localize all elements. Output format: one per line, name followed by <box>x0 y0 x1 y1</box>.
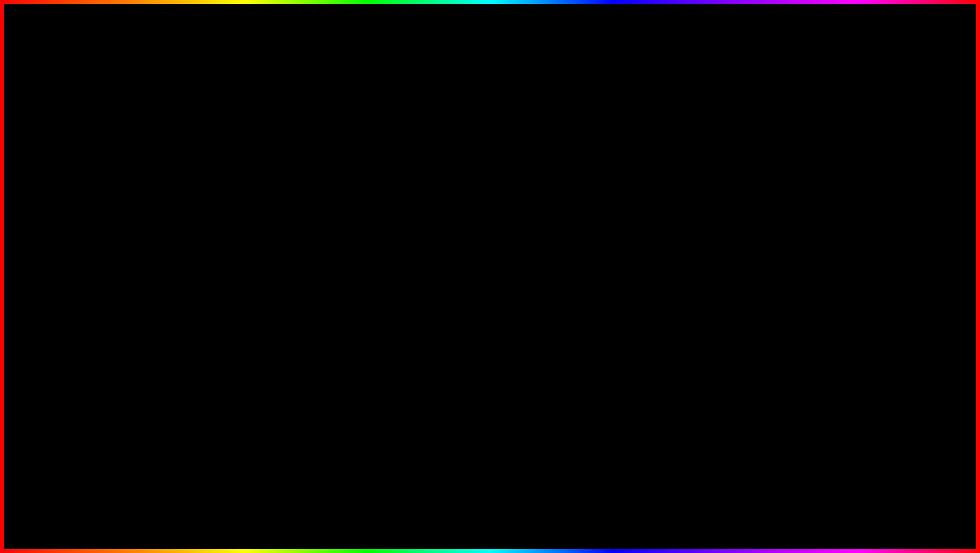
zh-no-ragdoll-toggle[interactable] <box>911 343 929 353</box>
toggle-dot-ragdoll <box>179 293 183 297</box>
zh-refresh-button[interactable]: ↻ <box>914 188 920 196</box>
wt-header: ❄ WinterTime Admin Panel | Game: Combat … <box>689 119 936 137</box>
sidebar-misc-label: Misc <box>59 214 69 219</box>
chevron-stamina[interactable]: ▼ <box>293 279 299 284</box>
zh-stomp-aura-toggle[interactable] <box>911 293 929 302</box>
wt-sidebar-visuals[interactable]: ◐ <box>689 226 719 248</box>
sidebar-item-esp[interactable]: ESP <box>51 225 76 251</box>
wt-mouse-lock-label: Mouse-Lock <box>854 161 887 168</box>
maxhub-header: MaxHub Signed By JMaxeyy <box>98 184 306 207</box>
maxhub-main-content: Player Region | ID Synapse | True SirHur… <box>172 221 306 338</box>
portrait-background: CW <box>837 388 935 485</box>
no-ragdoll-toggle-row: No Ragdoll ▼ <box>175 288 303 302</box>
toggles-label: Toggles <box>103 118 288 124</box>
chevron-ragdoll[interactable]: ▼ <box>293 292 299 298</box>
zh-content: No Jump Cooldown No Dash Cooldown Infini… <box>766 221 935 359</box>
wt-key-mouse[interactable]: V <box>916 159 930 169</box>
inf-stamina-toggle-label: Inf Stamina <box>179 278 217 285</box>
wt-game-name: Combat Warriors Beginners <box>798 124 878 131</box>
sidebar-item-combat[interactable]: Combat <box>51 170 76 196</box>
menu-settings-section[interactable]: Settings/Credits <box>98 306 171 322</box>
wt-sidebar-antiaim[interactable]: ↗ <box>689 205 719 226</box>
dot-1 <box>152 153 156 157</box>
maxhub-subtitle: Signed By JMaxeyy <box>104 196 300 202</box>
menu-aim-label: Aim/Combat Section <box>113 256 165 270</box>
zh-tab-misc[interactable]: ⚙ Misc <box>766 201 808 220</box>
auto-parry-label: Auto Parry <box>106 141 135 148</box>
wt-title: WinterTime Admin Panel | Game: Combat Wa… <box>706 124 878 131</box>
no-ragdoll-label: No Ragdoll <box>186 291 216 298</box>
script-word: SCRIPT <box>386 473 607 536</box>
menu-parry-section[interactable]: Parry Section <box>98 236 171 252</box>
zh-infinite-stamina-toggle[interactable] <box>911 260 929 269</box>
wt-sidebar-aiming[interactable]: ◎ <box>689 141 719 162</box>
zh-close-button[interactable]: ✕ <box>923 188 929 196</box>
menu-utility-section[interactable]: Utility Shits <box>98 291 171 306</box>
sidebar-item-rage[interactable]: Rage <box>51 116 76 141</box>
zh-no-fall-damage-toggle[interactable] <box>911 276 929 286</box>
zh-infinite-stamina-row: Infinite Stamina <box>766 256 935 273</box>
disasters-button[interactable]: DISASTERS <box>448 4 496 14</box>
zh-no-fall-damage-row: No Fall Damage <box>766 273 935 290</box>
sidebar-rank: ALPHA <box>57 265 70 270</box>
wt-character-right: Mouse-Lock KeyBind V <box>854 159 930 169</box>
sidebar-item-player[interactable]: Player <box>51 143 76 168</box>
portrait-image: CW <box>835 386 937 487</box>
main-title: COMBAT WARRIORS <box>0 20 980 101</box>
dot-2 <box>152 159 156 163</box>
zh-tabs: ⚙ Misc 👤 Player (PC) 📱 Player (Mobil) ⚔ … <box>766 201 935 221</box>
wt-sidebar-misc[interactable]: ◷ <box>689 269 719 290</box>
synapse-row: Synapse | True <box>175 236 303 249</box>
zh-anti-bear-trap-toggle[interactable] <box>911 310 929 319</box>
toggle-dot-stamina <box>179 279 183 283</box>
zh-tab-player-mobil[interactable]: 📱 Player (Mobil) <box>851 201 893 220</box>
wt-sidebar-blatant[interactable]: ☰ <box>689 184 719 205</box>
zh-no-dash-toggle[interactable] <box>911 243 929 252</box>
wt-aiming-right: Camera-Lock KeyBind C <box>850 144 930 154</box>
zh-tab-combat[interactable]: ⚔ Combat <box>893 201 936 220</box>
menu-aim-section[interactable]: Aim/Combat Section <box>98 252 171 275</box>
no-ragdoll-switch[interactable] <box>275 291 291 299</box>
toggle-controls-stamina: ▼ <box>275 277 299 285</box>
menu-aid-section[interactable]: Aid Section <box>98 275 171 291</box>
menu-player-section[interactable]: Player Section <box>98 221 171 236</box>
bottom-title-container: BEST TOP SCRIPT PASTEBIN <box>0 477 980 533</box>
zh-tab-mobil-icon: 📱 <box>853 208 860 214</box>
zh-no-dash-label: No Dash Cooldown <box>772 244 824 251</box>
zh-no-jump-label: No Jump Cooldown <box>772 227 825 234</box>
wt-close-button[interactable]: ✕ <box>921 123 930 132</box>
wt-key-camera[interactable]: C <box>916 144 930 154</box>
specs-button[interactable]: SPECS <box>498 4 532 14</box>
bottom-title: BEST TOP SCRIPT PASTEBIN <box>0 477 980 533</box>
portrait-cw-logo: CW <box>914 469 931 481</box>
inf-stamina-switch[interactable] <box>275 277 291 285</box>
spam-jump-label: Spam Jump <box>103 162 136 169</box>
zh-header: ZapHub | Combat Warriors ✎ ↻ ✕ <box>766 184 935 201</box>
unlock-label: Unlock <box>200 128 219 135</box>
zh-title: ZapHub | Combat Warriors <box>772 189 855 196</box>
zh-edit-button[interactable]: ✎ <box>905 188 911 196</box>
wt-character-label: Character <box>726 161 753 168</box>
svg-point-1 <box>61 149 65 153</box>
no-ragdoll-toggle-label: No Ragdoll <box>179 291 216 298</box>
menu-changelog-section[interactable]: Changelog <box>98 322 171 338</box>
zh-no-jump-toggle[interactable] <box>911 226 929 235</box>
emotes-toggle: Emotes <box>103 127 194 136</box>
menu-settings-label: Settings/Credits <box>113 310 156 318</box>
maxhub-menu: Player Section Parry Section Aim/Combat … <box>98 221 172 338</box>
zh-tab-player-pc[interactable]: 👤 Player (PC) <box>808 201 851 220</box>
maxhub-content: Player Section Parry Section Aim/Combat … <box>98 221 306 338</box>
zh-no-fall-damage-label: No Fall Damage <box>772 278 816 285</box>
inf-stamina-label: Inf Stamina <box>186 278 217 285</box>
wt-sidebar-character[interactable]: ♟ <box>689 162 719 184</box>
auto-parry-toggle: Auto Parry <box>103 140 194 149</box>
zh-anti-bear-trap-row: Anti Bear Trap and Fire Damage <box>766 306 935 323</box>
zh-controls: ✎ ↻ ✕ <box>905 188 929 196</box>
zh-infinite-stamina-label: Infinite Stamina <box>772 261 814 268</box>
zh-auto-spawn-toggle[interactable] <box>911 327 929 336</box>
sidebar-user-id: 1843453344 <box>51 260 76 265</box>
sidebar-item-misc[interactable]: Misc <box>51 198 76 223</box>
zaphub-panel: ZapHub | Combat Warriors ✎ ↻ ✕ ⚙ Misc 👤 … <box>764 183 937 360</box>
wt-sidebar-thirdperson[interactable]: ◈ <box>689 248 719 269</box>
sidebar-rage-label: Rage <box>58 132 69 137</box>
